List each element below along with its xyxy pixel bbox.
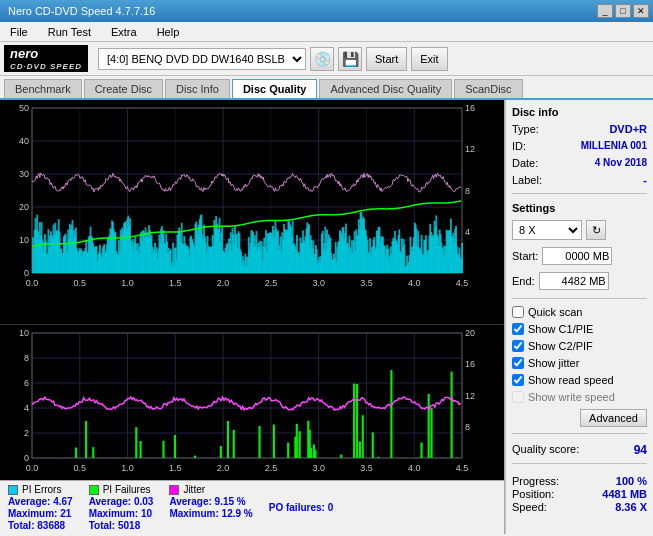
quality-score-value: 94 [634, 443, 647, 457]
start-setting-row: Start: [512, 247, 647, 265]
minimize-button[interactable]: _ [597, 4, 613, 18]
progress-label: Progress: [512, 475, 559, 487]
disc-label-label: Label: [512, 174, 542, 186]
disc-id-row: ID: MILLENIA 001 [512, 140, 647, 152]
end-input[interactable] [539, 272, 609, 290]
quick-scan-checkbox[interactable] [512, 306, 524, 318]
pi-fail-avg-val: 0.03 [134, 496, 153, 507]
pi-errors-max-val: 21 [60, 508, 71, 519]
disc-icon-button[interactable]: 💿 [310, 47, 334, 71]
exit-button[interactable]: Exit [411, 47, 447, 71]
disc-type-label: Type: [512, 123, 539, 135]
speed-selector[interactable]: 8 X 4 X 2 X 1 X [512, 220, 582, 240]
pi-failures-title: PI Failures [103, 484, 151, 495]
tab-disc-quality[interactable]: Disc Quality [232, 79, 318, 98]
position-row: Position: 4481 MB [512, 488, 647, 500]
settings-title: Settings [512, 202, 647, 214]
pi-errors-avg-label: Average: [8, 496, 50, 507]
show-read-speed-row: Show read speed [512, 374, 647, 386]
tab-benchmark[interactable]: Benchmark [4, 79, 82, 98]
jitter-color-box [169, 485, 179, 495]
end-setting-row: End: [512, 272, 647, 290]
pi-fail-max-val: 10 [141, 508, 152, 519]
tab-disc-info[interactable]: Disc Info [165, 79, 230, 98]
jitter-legend: Jitter Average: 9.15 % Maximum: 12.9 % [169, 484, 252, 531]
pi-fail-max-label: Maximum: [89, 508, 138, 519]
tab-create-disc[interactable]: Create Disc [84, 79, 163, 98]
show-read-speed-checkbox[interactable] [512, 374, 524, 386]
menu-run-test[interactable]: Run Test [42, 24, 97, 40]
tab-advanced-disc-quality[interactable]: Advanced Disc Quality [319, 79, 452, 98]
nero-logo: nero CD·DVD SPEED [4, 45, 88, 72]
speed-row: Speed: 8.36 X [512, 501, 647, 513]
jitter-avg-label: Average: [169, 496, 211, 507]
chart-area: PI Errors Average: 4.67 Maximum: 21 Tota… [0, 100, 505, 534]
window-title: Nero CD-DVD Speed 4.7.7.16 [8, 5, 155, 17]
disc-id-value: MILLENIA 001 [581, 140, 647, 152]
refresh-icon-button[interactable]: ↻ [586, 220, 606, 240]
pi-errors-total-label: Total: [8, 520, 34, 531]
position-value: 4481 MB [602, 488, 647, 500]
pi-failures-legend: PI Failures Average: 0.03 Maximum: 10 To… [89, 484, 154, 531]
tabs-bar: Benchmark Create Disc Disc Info Disc Qua… [0, 76, 653, 100]
po-fail-val: 0 [328, 502, 334, 513]
quick-scan-label: Quick scan [528, 306, 582, 318]
show-write-speed-row: Show write speed [512, 391, 647, 403]
show-write-speed-checkbox[interactable] [512, 391, 524, 403]
speed-label: Speed: [512, 501, 547, 513]
show-jitter-row: Show jitter [512, 357, 647, 369]
menu-help[interactable]: Help [151, 24, 186, 40]
progress-section: Progress: 100 % Position: 4481 MB Speed:… [512, 474, 647, 514]
pi-errors-title: PI Errors [22, 484, 61, 495]
close-button[interactable]: ✕ [633, 4, 649, 18]
speed-value: 8.36 X [615, 501, 647, 513]
jitter-max-label: Maximum: [169, 508, 218, 519]
show-c1pie-checkbox[interactable] [512, 323, 524, 335]
pi-errors-max-label: Maximum: [8, 508, 57, 519]
save-icon-button[interactable]: 💾 [338, 47, 362, 71]
separator-2 [512, 298, 647, 299]
chart-legend: PI Errors Average: 4.67 Maximum: 21 Tota… [0, 480, 504, 534]
disc-label-value: - [643, 174, 647, 186]
end-label: End: [512, 275, 535, 287]
separator-3 [512, 433, 647, 434]
main-content: PI Errors Average: 4.67 Maximum: 21 Tota… [0, 100, 653, 534]
show-c2pif-label: Show C2/PIF [528, 340, 593, 352]
pi-fail-avg-label: Average: [89, 496, 131, 507]
progress-value: 100 % [616, 475, 647, 487]
disc-type-value: DVD+R [609, 123, 647, 135]
show-c1pie-row: Show C1/PIE [512, 323, 647, 335]
maximize-button[interactable]: □ [615, 4, 631, 18]
jitter-avg-val: 9.15 % [215, 496, 246, 507]
window-controls: _ □ ✕ [597, 4, 649, 18]
pi-errors-legend: PI Errors Average: 4.67 Maximum: 21 Tota… [8, 484, 73, 531]
separator-4 [512, 463, 647, 464]
po-failures-legend: PO failures: 0 [269, 484, 333, 531]
start-button[interactable]: Start [366, 47, 407, 71]
speed-setting-row: 8 X 4 X 2 X 1 X ↻ [512, 220, 647, 240]
title-bar: Nero CD-DVD Speed 4.7.7.16 _ □ ✕ [0, 0, 653, 22]
quality-score-label: Quality score: [512, 443, 579, 457]
show-c1pie-label: Show C1/PIE [528, 323, 593, 335]
quality-score-row: Quality score: 94 [512, 443, 647, 457]
jitter-max-val: 12.9 % [222, 508, 253, 519]
separator-1 [512, 193, 647, 194]
show-c2pif-checkbox[interactable] [512, 340, 524, 352]
pi-errors-color-box [8, 485, 18, 495]
disc-date-label: Date: [512, 157, 538, 169]
menu-file[interactable]: File [4, 24, 34, 40]
menu-bar: File Run Test Extra Help [0, 22, 653, 42]
drive-selector[interactable]: [4:0] BENQ DVD DD DW1640 BSLB [98, 48, 306, 70]
disc-date-row: Date: 4 Nov 2018 [512, 157, 647, 169]
show-c2pif-row: Show C2/PIF [512, 340, 647, 352]
right-panel: Disc info Type: DVD+R ID: MILLENIA 001 D… [505, 100, 653, 534]
upper-chart [0, 100, 504, 325]
pi-errors-total-val: 83688 [37, 520, 65, 531]
menu-extra[interactable]: Extra [105, 24, 143, 40]
advanced-button[interactable]: Advanced [580, 409, 647, 427]
tab-scan-disc[interactable]: ScanDisc [454, 79, 522, 98]
disc-label-row: Label: - [512, 174, 647, 186]
show-jitter-checkbox[interactable] [512, 357, 524, 369]
pi-fail-total-val: 5018 [118, 520, 140, 531]
start-input[interactable] [542, 247, 612, 265]
